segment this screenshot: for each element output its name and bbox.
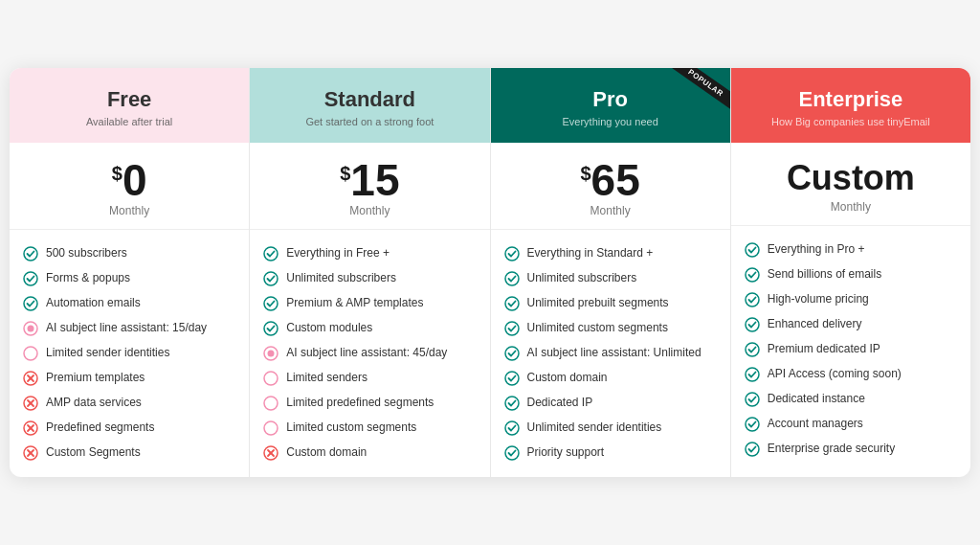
feature-item: AI subject line assistant: Unlimited	[504, 341, 717, 366]
feature-item: Automation emails	[23, 291, 235, 316]
plan-header-standard: StandardGet started on a strong foot	[250, 68, 489, 143]
feature-text: AMP data services	[46, 396, 142, 411]
feature-text: Limited sender identities	[46, 346, 169, 361]
plan-header-free: FreeAvailable after trial	[10, 68, 249, 143]
plan-price-section-standard: $15Monthly	[250, 143, 489, 230]
svg-point-33	[505, 322, 519, 335]
feature-text: Custom modules	[286, 321, 372, 336]
feature-item: AI subject line assistant: 15/day	[23, 316, 235, 341]
feature-text: Unlimited prebuilt segments	[527, 296, 669, 311]
plan-name-free: Free	[25, 87, 234, 112]
feature-item: AI subject line assistant: 45/day	[263, 341, 476, 366]
svg-point-40	[746, 268, 759, 282]
plan-name-enterprise: Enterprise	[746, 87, 955, 112]
feature-text: Enhanced delivery	[768, 317, 862, 332]
feature-text: Unlimited subscribers	[286, 271, 396, 286]
svg-point-43	[746, 343, 759, 356]
price-period-free: Monthly	[25, 204, 234, 217]
feature-text: Unlimited sender identities	[527, 420, 662, 436]
feature-item: Unlimited prebuilt segments	[504, 291, 717, 316]
feature-text: AI subject line assistant: Unlimited	[527, 346, 702, 361]
plan-pro: POPULARProEverything you need$65MonthlyE…	[491, 68, 731, 477]
feature-text: 500 subscribers	[46, 246, 127, 261]
feature-text: AI subject line assistant: 45/day	[286, 346, 447, 361]
feature-text: Custom domain	[527, 371, 608, 386]
svg-point-20	[264, 297, 278, 310]
svg-point-1	[24, 272, 37, 285]
circle-icon	[263, 346, 278, 361]
feature-item: Unlimited sender identities	[504, 416, 717, 441]
feature-text: Unlimited subscribers	[527, 271, 637, 286]
plan-features-standard: Everything in Free +Unlimited subscriber…	[250, 230, 489, 477]
x-icon	[23, 371, 38, 386]
plan-free: FreeAvailable after trial$0Monthly500 su…	[10, 68, 250, 477]
feature-item: Premium dedicated IP	[745, 337, 957, 362]
price-amount-pro: $65	[506, 158, 715, 202]
check-icon	[745, 317, 760, 332]
price-period-enterprise: Monthly	[746, 200, 955, 214]
svg-point-0	[24, 247, 37, 261]
x-icon	[23, 420, 38, 436]
svg-point-31	[505, 272, 519, 285]
plan-price-section-enterprise: CustomMonthly	[731, 143, 970, 226]
svg-point-42	[746, 318, 759, 331]
svg-point-41	[746, 293, 759, 307]
check-icon	[263, 296, 278, 311]
feature-item: Enhanced delivery	[745, 312, 957, 337]
feature-text: Priority support	[527, 445, 605, 461]
feature-text: Everything in Standard +	[527, 246, 654, 261]
check-icon	[504, 396, 520, 411]
feature-item: Custom Segments	[23, 441, 235, 466]
plan-features-enterprise: Everything in Pro +Send billions of emai…	[731, 226, 970, 477]
svg-point-39	[746, 243, 759, 257]
feature-text: Unlimited custom segments	[527, 321, 668, 336]
svg-point-46	[746, 418, 759, 431]
plan-enterprise: EnterpriseHow Big companies use tinyEmai…	[731, 68, 970, 477]
svg-point-5	[24, 347, 37, 360]
svg-point-37	[505, 421, 519, 435]
feature-item: Predefined segments	[23, 416, 235, 441]
feature-item: Limited sender identities	[23, 341, 235, 366]
feature-text: Send billions of emails	[768, 267, 881, 283]
feature-text: Automation emails	[46, 296, 141, 311]
svg-point-25	[264, 397, 278, 410]
feature-text: Limited predefined segments	[286, 396, 434, 411]
feature-text: Everything in Free +	[286, 246, 390, 261]
feature-text: Dedicated IP	[527, 396, 593, 411]
check-icon	[23, 271, 38, 286]
svg-point-44	[746, 368, 759, 381]
feature-item: Send billions of emails	[745, 262, 957, 287]
check-icon	[745, 292, 760, 307]
check-icon	[745, 342, 760, 357]
feature-item: Everything in Pro +	[745, 238, 957, 262]
feature-item: Custom domain	[504, 366, 717, 391]
feature-item: Everything in Standard +	[504, 241, 717, 266]
price-amount-standard: $15	[265, 158, 474, 202]
svg-point-34	[505, 347, 519, 360]
feature-item: Premium & AMP templates	[263, 291, 476, 316]
plan-name-standard: Standard	[265, 87, 474, 112]
feature-text: Premium dedicated IP	[768, 342, 880, 357]
feature-text: API Access (coming soon)	[768, 367, 902, 382]
check-icon	[504, 420, 520, 436]
feature-text: AI subject line assistant: 15/day	[46, 321, 207, 336]
feature-text: Custom Segments	[46, 445, 141, 461]
circle-outline-icon	[263, 396, 278, 411]
feature-text: Premium templates	[46, 371, 145, 386]
check-icon	[745, 267, 760, 283]
circle-outline-icon	[23, 346, 38, 361]
plan-header-enterprise: EnterpriseHow Big companies use tinyEmai…	[731, 68, 970, 143]
feature-item: Limited custom segments	[263, 416, 476, 441]
feature-item: Forms & popups	[23, 266, 235, 291]
check-icon	[504, 271, 520, 286]
svg-point-2	[24, 297, 37, 310]
svg-point-45	[746, 393, 759, 406]
check-icon	[504, 246, 520, 261]
x-icon	[23, 396, 38, 411]
feature-text: Limited custom segments	[286, 420, 416, 436]
feature-item: Priority support	[504, 441, 717, 466]
feature-item: API Access (coming soon)	[745, 362, 957, 387]
feature-text: Custom domain	[286, 445, 367, 461]
svg-point-38	[505, 446, 519, 460]
feature-item: 500 subscribers	[23, 241, 235, 266]
